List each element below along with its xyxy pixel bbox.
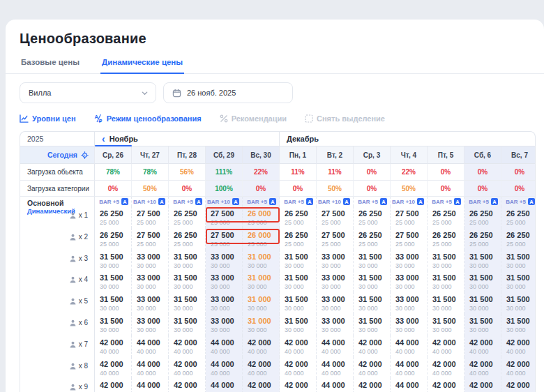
price-cell[interactable]: 26 25025 000 xyxy=(501,206,536,228)
price-cell[interactable]: 31 50030 000 xyxy=(95,271,132,292)
price-cell[interactable]: 42 00040 000 xyxy=(501,378,536,392)
price-cell[interactable]: 33 00030 000 xyxy=(132,271,169,292)
bar-level-cell[interactable]: BAR +10A xyxy=(391,197,428,206)
price-cell[interactable]: 42 00040 000 xyxy=(354,357,391,379)
recommendations-button[interactable]: Рекомендации xyxy=(220,114,287,123)
price-cell[interactable]: 26 25025 000 xyxy=(354,206,391,228)
day-header[interactable]: Пн, 1 xyxy=(280,146,317,164)
price-cell[interactable]: 31 00030 000 xyxy=(243,271,280,292)
price-cell[interactable]: 42 00040 000 xyxy=(464,357,501,379)
bar-level-cell[interactable]: BAR +5A xyxy=(501,197,536,206)
price-cell[interactable]: 31 50030 000 xyxy=(428,271,464,292)
price-cell[interactable]: 44 00040 000 xyxy=(206,378,243,392)
price-cell[interactable]: 27 50025 000 xyxy=(391,206,428,228)
clear-selection-button[interactable]: Снять выделение xyxy=(305,114,385,123)
price-cell[interactable]: 42 00040 000 xyxy=(428,357,464,379)
month-back-icon[interactable]: ‹ xyxy=(102,134,105,144)
bar-level-cell[interactable]: BAR +5A xyxy=(169,197,206,206)
price-cell[interactable]: 42 00040 000 xyxy=(428,378,464,392)
bar-level-cell[interactable]: BAR +5A xyxy=(95,197,132,206)
price-cell[interactable]: 31 50030 000 xyxy=(280,271,317,292)
price-cell[interactable]: 26 25025 000 xyxy=(464,228,501,250)
price-cell[interactable]: 31 00030 000 xyxy=(243,292,280,314)
price-cell[interactable]: 31 50030 000 xyxy=(464,314,501,336)
price-cell[interactable]: 26 25025 000 xyxy=(169,206,206,228)
price-cell[interactable]: 31 50030 000 xyxy=(501,292,536,314)
day-header[interactable]: Ср, 3 xyxy=(354,146,391,164)
today-button[interactable]: Сегодня xyxy=(20,146,95,164)
price-cell[interactable]: 31 50030 000 xyxy=(464,250,501,271)
price-cell[interactable]: 33 00030 000 xyxy=(132,250,169,271)
price-cell[interactable]: 44 00040 000 xyxy=(391,336,428,357)
price-cell[interactable]: 31 50030 000 xyxy=(280,292,317,314)
price-cell[interactable]: 27 50025 000 xyxy=(132,206,169,228)
day-header[interactable]: Пт, 5 xyxy=(428,146,464,164)
price-cell[interactable]: 31 50030 000 xyxy=(354,314,391,336)
price-cell[interactable]: 27 50025 000 xyxy=(317,228,354,250)
price-cell[interactable]: 26 25025 000 xyxy=(280,206,317,228)
price-cell[interactable]: 31 50030 000 xyxy=(501,314,536,336)
bar-level-cell[interactable]: BAR +10A xyxy=(206,197,243,206)
day-header[interactable]: Чт, 4 xyxy=(391,146,428,164)
day-header[interactable]: Сб, 29 xyxy=(206,146,243,164)
price-cell[interactable]: 31 50030 000 xyxy=(501,250,536,271)
price-cell[interactable]: 44 00040 000 xyxy=(317,378,354,392)
price-cell[interactable]: 31 00030 000 xyxy=(243,314,280,336)
price-cell[interactable]: 27 50025 000 xyxy=(317,206,354,228)
price-cell[interactable]: 31 50030 000 xyxy=(428,292,464,314)
price-cell[interactable]: 31 00030 000 xyxy=(243,250,280,271)
price-cell[interactable]: 31 50030 000 xyxy=(169,271,206,292)
price-cell[interactable]: 44 00040 000 xyxy=(391,357,428,379)
price-cell[interactable]: 33 00030 000 xyxy=(132,292,169,314)
price-cell[interactable]: 26 25025 000 xyxy=(428,206,464,228)
price-cell[interactable]: 33 00030 000 xyxy=(206,314,243,336)
price-cell[interactable]: 33 00030 000 xyxy=(317,271,354,292)
price-cell[interactable]: 44 00040 000 xyxy=(391,378,428,392)
price-cell[interactable]: 33 00030 000 xyxy=(206,250,243,271)
price-cell[interactable]: 31 50030 000 xyxy=(354,250,391,271)
price-cell[interactable]: 26 25025 000 xyxy=(169,228,206,250)
price-cell[interactable]: 31 50030 000 xyxy=(280,250,317,271)
price-cell[interactable]: 42 00040 000 xyxy=(243,378,280,392)
object-select[interactable]: Вилла xyxy=(20,82,156,103)
price-cell[interactable]: 26 25025 000 xyxy=(501,228,536,250)
price-cell[interactable]: 42 00040 000 xyxy=(169,378,206,392)
price-cell[interactable]: 42 00040 000 xyxy=(95,378,132,392)
pricing-mode-button[interactable]: A₽Режим ценообразования xyxy=(94,114,202,123)
price-cell[interactable]: 31 50030 000 xyxy=(95,292,132,314)
price-cell[interactable]: 33 00030 000 xyxy=(206,271,243,292)
price-cell[interactable]: 44 00040 000 xyxy=(206,357,243,379)
bar-level-cell[interactable]: BAR +10A xyxy=(317,197,354,206)
price-cell[interactable]: 42 00040 000 xyxy=(428,336,464,357)
price-cell[interactable]: 44 00040 000 xyxy=(132,378,169,392)
price-cell[interactable]: 42 00040 000 xyxy=(243,357,280,379)
price-cell[interactable]: 33 00030 000 xyxy=(317,250,354,271)
bar-level-cell[interactable]: BAR +5A xyxy=(354,197,391,206)
price-cell[interactable]: 44 00040 000 xyxy=(132,336,169,357)
day-header[interactable]: Пт, 28 xyxy=(169,146,206,164)
day-header[interactable]: Чт, 27 xyxy=(132,146,169,164)
day-header[interactable]: Сб, 6 xyxy=(464,146,501,164)
price-cell[interactable]: 42 00040 000 xyxy=(243,336,280,357)
day-header[interactable]: Вс, 30 xyxy=(243,146,280,164)
price-cell[interactable]: 27 50025 000 xyxy=(206,228,243,250)
price-cell[interactable]: 42 00040 000 xyxy=(95,336,132,357)
bar-level-cell[interactable]: BAR +5A xyxy=(464,197,501,206)
price-cell[interactable]: 33 00030 000 xyxy=(317,314,354,336)
price-cell[interactable]: 31 50030 000 xyxy=(169,250,206,271)
price-cell[interactable]: 31 50030 000 xyxy=(464,271,501,292)
price-cell[interactable]: 26 25025 000 xyxy=(95,206,132,228)
day-header[interactable]: Вт, 2 xyxy=(317,146,354,164)
price-cell[interactable]: 33 00030 000 xyxy=(391,292,428,314)
price-cell[interactable]: 31 50030 000 xyxy=(428,314,464,336)
price-cell[interactable]: 42 00040 000 xyxy=(280,378,317,392)
bar-level-cell[interactable]: BAR +5A xyxy=(243,197,280,206)
price-cell[interactable]: 27 50025 000 xyxy=(391,228,428,250)
price-levels-button[interactable]: Уровни цен xyxy=(20,114,76,123)
price-cell[interactable]: 42 00040 000 xyxy=(95,357,132,379)
price-cell[interactable]: 42 00040 000 xyxy=(464,336,501,357)
price-cell[interactable]: 26 25025 000 xyxy=(428,228,464,250)
price-cell[interactable]: 44 00040 000 xyxy=(317,336,354,357)
price-cell[interactable]: 33 00030 000 xyxy=(391,250,428,271)
price-cell[interactable]: 26 25025 000 xyxy=(95,228,132,250)
